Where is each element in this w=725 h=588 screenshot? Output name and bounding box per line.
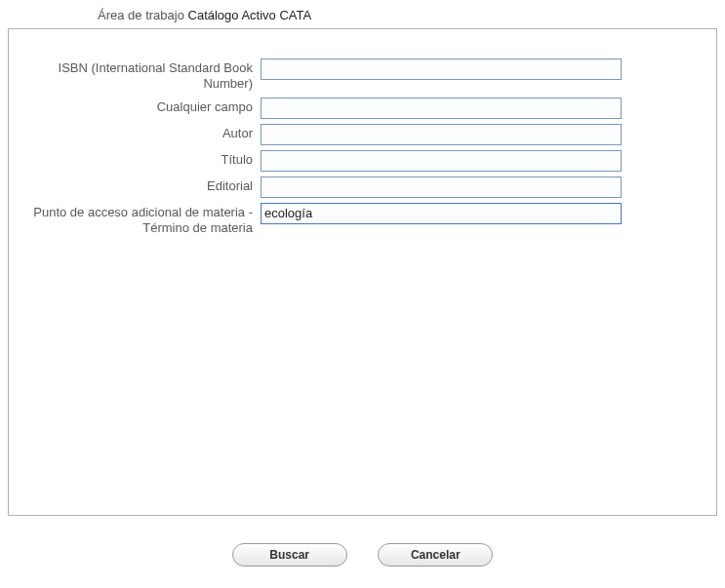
input-publisher[interactable]	[261, 176, 622, 198]
search-form-panel: ISBN (International Standard Book Number…	[8, 28, 717, 516]
label-title: Título	[9, 150, 261, 168]
input-subject[interactable]	[261, 203, 622, 224]
input-any-field[interactable]	[261, 98, 622, 119]
row-isbn: ISBN (International Standard Book Number…	[9, 59, 716, 93]
input-author[interactable]	[261, 124, 622, 145]
input-title[interactable]	[261, 150, 622, 172]
workspace-header: Área de trabajo Catálogo Activo CATA	[0, 0, 725, 28]
row-publisher: Editorial	[9, 176, 716, 198]
workspace-label: Área de trabajo	[98, 8, 188, 22]
row-subject: Punto de acceso adicional de materia - T…	[9, 203, 716, 237]
label-isbn: ISBN (International Standard Book Number…	[9, 59, 261, 93]
row-any-field: Cualquier campo	[9, 98, 716, 119]
button-bar: Buscar Cancelar	[0, 516, 725, 567]
label-any-field: Cualquier campo	[9, 98, 261, 115]
row-author: Autor	[9, 124, 716, 145]
label-subject: Punto de acceso adicional de materia - T…	[9, 203, 261, 237]
label-publisher: Editorial	[9, 176, 261, 194]
row-title: Título	[9, 150, 716, 172]
search-button[interactable]: Buscar	[232, 543, 347, 567]
label-author: Autor	[9, 124, 261, 141]
input-isbn[interactable]	[261, 59, 622, 80]
active-catalog-name: Catálogo Activo CATA	[188, 8, 312, 22]
cancel-button[interactable]: Cancelar	[378, 543, 493, 567]
